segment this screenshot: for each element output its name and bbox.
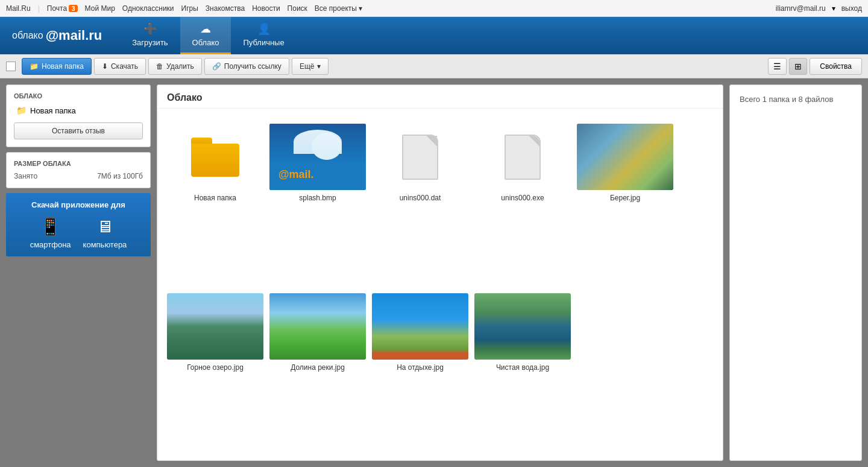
dolina-preview xyxy=(269,293,366,360)
exe-file-icon xyxy=(505,135,541,180)
dat-thumbnail xyxy=(372,124,468,190)
toolbar-right: ☰ ⊞ Свойства xyxy=(768,58,862,75)
delete-label: Удалить xyxy=(166,62,194,71)
select-all-checkbox[interactable] xyxy=(6,62,16,71)
otdyx-name: На отдыхе.jpg xyxy=(397,363,444,372)
get-link-button[interactable]: 🔗 Получить ссылку xyxy=(204,58,289,75)
top-navigation: Mail.Ru | Почта 3 Мой Мир Одноклассники … xyxy=(0,0,868,17)
nav-igry[interactable]: Игры xyxy=(181,4,198,13)
list-view-button[interactable]: ☰ xyxy=(768,58,787,75)
exe-file-corner xyxy=(529,136,539,147)
nav-upload-label: Загрузить xyxy=(132,38,168,47)
logo-oblako: облако xyxy=(12,30,43,41)
main-area-title: Облако xyxy=(157,85,723,109)
sidebar: ОБЛАКО 📁 Новая папка Оставить отзыв РАЗМ… xyxy=(6,84,151,461)
logo-at-symbol: @ xyxy=(46,28,58,43)
logo-domain: mail.ru xyxy=(58,28,102,43)
size-used-label: Занято xyxy=(14,172,37,180)
sidebar-size-title: РАЗМЕР ОБЛАКА xyxy=(14,160,143,167)
gorno-name: Горное озеро.jpg xyxy=(187,363,244,372)
folder-thumbnail xyxy=(167,124,263,190)
promo-icons: 📱 смартфона 🖥 компьютера xyxy=(13,217,143,249)
public-icon: 👤 xyxy=(257,22,271,36)
file-item-dolina[interactable]: Долина реки.jpg xyxy=(269,288,366,451)
splash-name: splash.bmp xyxy=(299,194,336,202)
exe-name: unins000.exe xyxy=(501,194,544,202)
grid-view-button[interactable]: ⊞ xyxy=(789,58,807,75)
sidebar-cloud-section: ОБЛАКО 📁 Новая папка Оставить отзыв xyxy=(6,84,151,147)
nav-separator-1: | xyxy=(38,4,40,13)
size-row: Занято 7Мб из 100Гб xyxy=(14,172,143,180)
nav-znakomstva[interactable]: Знакомства xyxy=(206,4,245,13)
nav-novosti[interactable]: Новости xyxy=(252,4,280,13)
pochta-badge: 3 xyxy=(69,5,77,12)
sidebar-new-folder[interactable]: 📁 Новая папка xyxy=(14,104,143,116)
file-item-gorno[interactable]: Горное озеро.jpg xyxy=(167,288,263,451)
nav-pochta[interactable]: Почта 3 xyxy=(47,4,78,13)
file-item-voda[interactable]: Чистая вода.jpg xyxy=(474,288,571,451)
promo-smartphone-label: смартфона xyxy=(30,240,71,249)
dat-name: unins000.dat xyxy=(400,194,441,202)
file-item-otdyx[interactable]: На отдыхе.jpg xyxy=(372,288,468,451)
file-item-splash[interactable]: @mail. splash.bmp xyxy=(269,118,366,282)
folder-plus-icon: 📁 xyxy=(30,62,39,71)
user-email[interactable]: iliamrv@mail.ru xyxy=(776,4,826,13)
smartphone-icon: 📱 xyxy=(40,217,61,237)
more-button[interactable]: Ещё ▾ xyxy=(292,58,329,75)
promo-smartphone[interactable]: 📱 смартфона xyxy=(30,217,71,249)
grid-icon: ⊞ xyxy=(794,62,802,71)
files-grid: Новая папка @mail. splash.bmp xyxy=(157,109,723,460)
cloud-icon: ☁ xyxy=(200,22,211,36)
splash-thumbnail: @mail. xyxy=(269,124,366,190)
computer-icon: 🖥 xyxy=(96,217,113,237)
promo-computer[interactable]: 🖥 компьютера xyxy=(83,217,127,249)
dat-file-icon xyxy=(402,135,438,180)
delete-button[interactable]: 🗑 Удалить xyxy=(148,58,202,75)
splash-cloud-puff xyxy=(312,133,342,160)
otdyx-preview xyxy=(372,293,468,360)
properties-panel: Всего 1 папка и 8 файлов xyxy=(729,84,862,461)
splash-preview: @mail. xyxy=(269,124,366,190)
nav-moimir[interactable]: Мой Мир xyxy=(85,4,115,13)
nav-poisk[interactable]: Поиск xyxy=(288,4,307,13)
upload-icon: ➕ xyxy=(143,22,157,36)
main-header: облако @ mail.ru ➕ Загрузить ☁ Облако 👤 … xyxy=(0,17,868,54)
bereg-thumbnail xyxy=(577,124,673,190)
download-icon: ⬇ xyxy=(102,62,108,71)
user-area: iliamrv@mail.ru ▾ выход xyxy=(776,4,862,13)
feedback-button[interactable]: Оставить отзыв xyxy=(14,122,143,139)
file-item-bereg[interactable]: Берег.jpg xyxy=(577,118,673,282)
dolina-thumbnail xyxy=(269,293,366,360)
logo: облако @ mail.ru xyxy=(12,28,102,43)
nav-cloud-label: Облако xyxy=(192,38,219,47)
nav-vsepro[interactable]: Все проекты ▾ xyxy=(315,4,362,13)
main-file-area: Облако Новая папка @mail. xyxy=(157,84,723,461)
logout-link[interactable]: выход xyxy=(841,4,862,13)
file-item-dat[interactable]: unins000.dat xyxy=(372,118,468,282)
toolbar: 📁 Новая папка ⬇ Скачать 🗑 Удалить 🔗 Полу… xyxy=(0,54,868,78)
nav-upload[interactable]: ➕ Загрузить xyxy=(120,17,180,54)
trash-icon: 🗑 xyxy=(156,62,163,71)
link-icon: 🔗 xyxy=(212,62,221,71)
folder-body xyxy=(191,144,239,177)
properties-button[interactable]: Свойства xyxy=(810,58,862,75)
file-item-folder[interactable]: Новая папка xyxy=(167,118,263,282)
file-item-exe[interactable]: unins000.exe xyxy=(474,118,571,282)
dat-file-corner xyxy=(426,136,437,147)
voda-thumbnail xyxy=(474,293,571,360)
nav-mail[interactable]: Mail.Ru xyxy=(6,4,31,13)
download-button[interactable]: ⬇ Скачать xyxy=(94,58,146,75)
voda-name: Чистая вода.jpg xyxy=(496,363,549,372)
size-used-value: 7Мб из 100Гб xyxy=(97,172,143,180)
promo-title: Скачай приложение для xyxy=(13,200,143,209)
new-folder-button[interactable]: 📁 Новая папка xyxy=(22,58,92,75)
dolina-name: Долина реки.jpg xyxy=(291,363,345,372)
nav-odnoklassniki[interactable]: Одноклассники xyxy=(122,4,174,13)
new-folder-label: Новая папка xyxy=(42,62,84,71)
nav-cloud[interactable]: ☁ Облако xyxy=(180,17,231,54)
nav-public[interactable]: 👤 Публичные xyxy=(231,17,296,54)
otdyx-thumbnail xyxy=(372,293,468,360)
header-nav: ➕ Загрузить ☁ Облако 👤 Публичные xyxy=(120,17,296,54)
folder-small-icon: 📁 xyxy=(16,106,27,115)
sidebar-cloud-title: ОБЛАКО xyxy=(14,92,143,100)
